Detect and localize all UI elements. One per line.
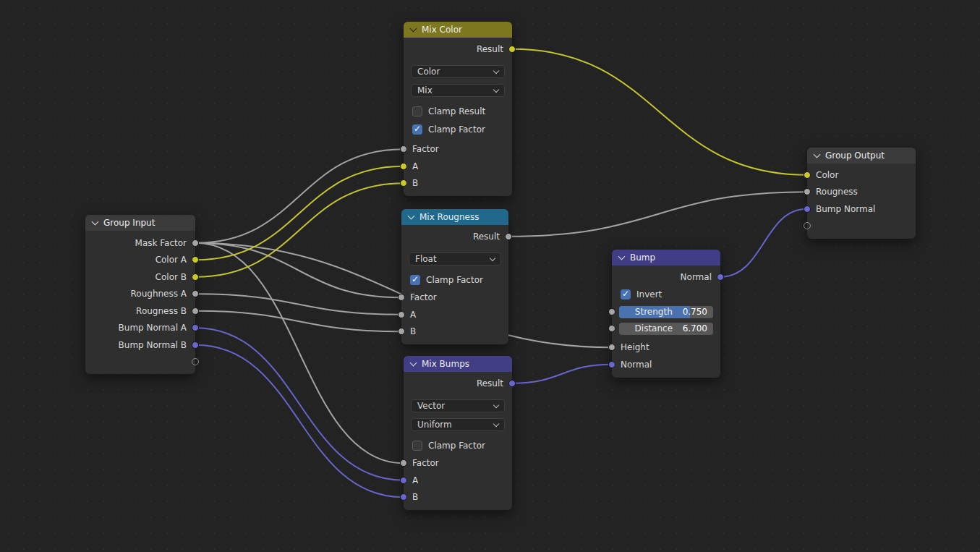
distance-slider[interactable]: Distance 6.700 (619, 323, 713, 335)
input-socket-factor[interactable] (400, 459, 407, 467)
clamp-factor-checkbox[interactable] (410, 275, 420, 285)
node-link[interactable] (195, 243, 404, 464)
output-socket-mask-factor[interactable] (192, 239, 199, 247)
input-socket-b[interactable] (398, 328, 405, 335)
input-socket-distance[interactable] (608, 325, 615, 332)
data-type-dropdown[interactable]: Color (411, 65, 505, 78)
socket-label: Height (621, 342, 649, 352)
output-socket-normal[interactable] (717, 273, 724, 281)
input-socket-normal[interactable] (608, 361, 615, 368)
input-socket-color[interactable] (804, 171, 811, 179)
node-link[interactable] (512, 49, 807, 175)
dropdown-value: Mix (417, 85, 433, 95)
input-socket-height[interactable] (608, 344, 615, 351)
socket-label: Factor (410, 292, 437, 302)
output-socket-color-b[interactable] (192, 273, 199, 281)
socket-row: Color B (85, 268, 195, 286)
input-socket-factor[interactable] (400, 145, 407, 153)
output-socket-result[interactable] (505, 233, 512, 240)
virtual-socket[interactable] (804, 222, 811, 229)
collapse-chevron-icon[interactable] (92, 218, 99, 226)
dropdown-value: Color (417, 67, 440, 77)
node-header[interactable]: Mix Color (404, 22, 512, 38)
socket-label: Bump Normal A (119, 323, 187, 333)
input-socket-a[interactable] (398, 311, 405, 318)
socket-label: Result (473, 232, 500, 242)
slider-value: 0.750 (683, 307, 707, 317)
output-socket-result[interactable] (508, 380, 516, 387)
invert-checkbox[interactable] (621, 289, 631, 300)
socket-row: Bump Normal A (85, 320, 195, 337)
node-header[interactable]: Mix Bumps (404, 356, 512, 372)
node-title: Group Input (103, 218, 155, 228)
socket-row: Mask Factor (85, 234, 195, 252)
dropdown-value: Float (415, 254, 437, 264)
socket-row: Result (404, 375, 512, 392)
input-socket-bump-normal[interactable] (804, 205, 811, 213)
node-link[interactable] (195, 183, 404, 277)
socket-label: A (410, 310, 416, 320)
socket-row: Bump Normal B (85, 336, 195, 354)
output-socket-result[interactable] (508, 46, 516, 53)
node-link[interactable] (508, 192, 807, 237)
strength-slider[interactable]: Strength 0.750 (619, 306, 713, 318)
checkbox-label: Clamp Factor (426, 275, 483, 285)
clamp-factor-checkbox[interactable] (412, 441, 422, 451)
socket-label: Color (816, 170, 838, 180)
factor-mode-dropdown[interactable]: Uniform (411, 418, 505, 431)
socket-row: A (404, 158, 512, 175)
input-socket-b[interactable] (400, 493, 407, 501)
node-bump[interactable]: Bump Normal Invert Strength 0.750 Distan… (612, 250, 720, 378)
socket-row: A (404, 472, 512, 489)
input-socket-a[interactable] (400, 477, 407, 484)
node-link[interactable] (720, 209, 807, 277)
socket-row: Result (401, 228, 508, 245)
socket-label: Bump Normal (816, 204, 875, 214)
node-group-output[interactable]: Group Output Color Rougness Bump Normal (807, 148, 916, 239)
node-link[interactable] (512, 365, 612, 383)
input-socket-a[interactable] (400, 163, 407, 170)
node-editor-canvas[interactable]: Group Input Mask Factor Color A Color B … (0, 0, 980, 552)
blend-mode-dropdown[interactable]: Mix (411, 84, 505, 97)
input-socket-rougness[interactable] (804, 188, 811, 195)
node-mix-bumps[interactable]: Mix Bumps Result Vector Uniform Clamp Fa… (404, 356, 512, 510)
output-socket-rougness-b[interactable] (192, 307, 199, 315)
slider-label: Distance (625, 323, 683, 334)
socket-row: Factor (401, 289, 508, 307)
input-socket-strength[interactable] (608, 308, 615, 315)
node-title: Mix Rougness (419, 212, 479, 222)
clamp-result-checkbox[interactable] (412, 106, 422, 116)
data-type-dropdown[interactable]: Vector (411, 399, 505, 412)
dropdown-chevron-icon (493, 67, 499, 73)
socket-label: Result (477, 44, 503, 54)
node-title: Bump (630, 252, 655, 263)
output-socket-bump-normal-b[interactable] (192, 341, 199, 349)
checkbox-label: Clamp Result (428, 106, 485, 116)
node-link[interactable] (195, 166, 404, 260)
socket-row: Roughness A (85, 286, 195, 303)
socket-label: B (410, 326, 416, 336)
node-header[interactable]: Group Output (807, 148, 916, 164)
collapse-chevron-icon[interactable] (408, 213, 415, 220)
node-mix-rougness[interactable]: Mix Rougness Result Float Clamp Factor F… (401, 209, 508, 344)
collapse-chevron-icon[interactable] (618, 253, 626, 260)
data-type-dropdown[interactable]: Float (409, 252, 501, 266)
node-header[interactable]: Bump (612, 250, 720, 266)
node-header[interactable]: Mix Rougness (401, 209, 508, 225)
collapse-chevron-icon[interactable] (814, 151, 821, 158)
socket-row: Factor (404, 141, 512, 158)
node-link[interactable] (195, 149, 404, 243)
input-socket-b[interactable] (400, 179, 407, 187)
node-group-input[interactable]: Group Input Mask Factor Color A Color B … (85, 215, 195, 374)
clamp-factor-checkbox[interactable] (412, 124, 422, 135)
collapse-chevron-icon[interactable] (410, 25, 417, 33)
checkbox-row: Clamp Result (404, 103, 512, 121)
socket-row: B (404, 175, 512, 192)
socket-row: A (401, 306, 508, 323)
slider-value: 6.700 (683, 323, 707, 334)
node-header[interactable]: Group Input (85, 215, 195, 231)
input-socket-factor[interactable] (398, 294, 405, 301)
collapse-chevron-icon[interactable] (410, 360, 417, 367)
node-mix-color[interactable]: Mix Color Result Color Mix Clamp Result … (404, 22, 512, 196)
socket-row: Bump Normal (807, 200, 916, 218)
